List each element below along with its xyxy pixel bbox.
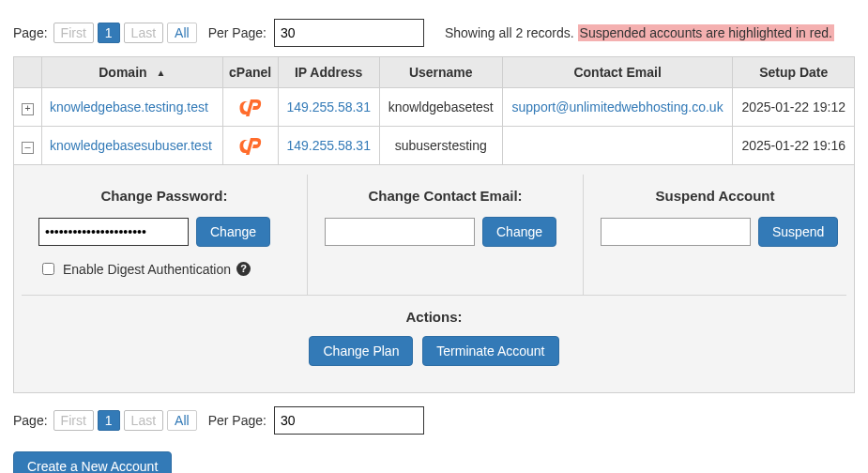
change-email-section: Change Contact Email: Change [308,175,584,295]
per-page-label: Per Page: [208,413,266,428]
pager-page-1-button[interactable]: 1 [98,410,120,431]
suspend-reason-input[interactable] [601,218,751,246]
per-page-label: Per Page: [208,25,266,40]
accounts-table: Domain ▲ cPanel IP Address Username Cont… [13,56,855,393]
contact-email-input[interactable] [325,218,475,246]
collapse-row-button[interactable]: – [22,142,34,154]
suspend-section: Suspend Account Suspend [584,175,846,295]
digest-auth-checkbox[interactable] [42,263,54,275]
pager-all-button[interactable]: All [167,23,197,43]
showing-count: Showing all 2 records. [445,25,574,40]
page-label: Page: [13,413,48,428]
email-link[interactable]: support@unlimitedwebhosting.co.uk [512,99,723,114]
expand-row-button[interactable]: + [22,103,34,115]
change-plan-button[interactable]: Change Plan [309,336,413,366]
cpanel-icon[interactable] [237,137,264,152]
password-input[interactable] [38,218,189,246]
terminate-account-button[interactable]: Terminate Account [422,336,558,366]
pager-first-button[interactable]: First [53,410,94,431]
change-email-button[interactable]: Change [482,217,556,247]
pager-last-button[interactable]: Last [124,410,163,431]
column-setup[interactable]: Setup Date [733,57,855,88]
actions-section: Actions: Change Plan Terminate Account [22,296,846,383]
change-email-title: Change Contact Email: [325,188,566,204]
email-cell [502,127,733,165]
column-ip[interactable]: IP Address [278,57,379,88]
expanded-panel-top: Change Password: Change Enable Digest Au… [22,175,846,296]
column-email[interactable]: Contact Email [502,57,733,88]
column-domain-label: Domain [99,65,146,80]
per-page-input[interactable] [274,19,424,47]
expanded-panel-row: Change Password: Change Enable Digest Au… [14,165,855,393]
actions-title: Actions: [38,309,830,325]
cpanel-icon[interactable] [237,99,264,114]
pager-last-button[interactable]: Last [124,23,163,43]
sort-asc-icon: ▲ [156,68,165,78]
column-cpanel[interactable]: cPanel [222,57,278,88]
domain-link[interactable]: knowledgebasesubuser.test [50,138,212,153]
suspended-note: Suspended accounts are highlighted in re… [578,24,834,41]
pager-first-button[interactable]: First [53,23,94,43]
setup-date-cell: 2025-01-22 19:12 [733,88,855,127]
change-password-button[interactable]: Change [196,217,270,247]
digest-auth-label: Enable Digest Authentication [63,262,231,277]
column-expand [14,57,42,88]
ip-link[interactable]: 149.255.58.31 [286,99,371,114]
suspend-title: Suspend Account [601,188,830,204]
setup-date-cell: 2025-01-22 19:16 [733,127,855,165]
table-row: + knowledgebase.testing.test 149.255.58.… [14,88,855,127]
domain-link[interactable]: knowledgebase.testing.test [50,99,208,114]
pager-page-1-button[interactable]: 1 [98,23,120,43]
showing-text: Showing all 2 records. Suspended account… [445,25,834,40]
ip-link[interactable]: 149.255.58.31 [286,138,371,153]
page-label: Page: [13,25,48,40]
change-password-title: Change Password: [38,188,290,204]
column-username[interactable]: Username [379,57,502,88]
pager-top: Page: First 1 Last All Per Page: Showing… [13,19,855,47]
table-row: – knowledgebasesubuser.test 149.255.58.3… [14,127,855,165]
pager-all-button[interactable]: All [167,410,197,431]
per-page-input[interactable] [274,406,424,435]
pager-bottom: Page: First 1 Last All Per Page: [13,406,855,435]
create-account-button[interactable]: Create a New Account [13,451,172,473]
help-icon[interactable]: ? [236,262,251,276]
username-cell: subuserstesting [379,127,502,165]
suspend-button[interactable]: Suspend [758,217,838,247]
change-password-section: Change Password: Change Enable Digest Au… [22,175,308,295]
username-cell: knowldgebasetest [379,88,502,127]
column-domain[interactable]: Domain ▲ [42,57,223,88]
